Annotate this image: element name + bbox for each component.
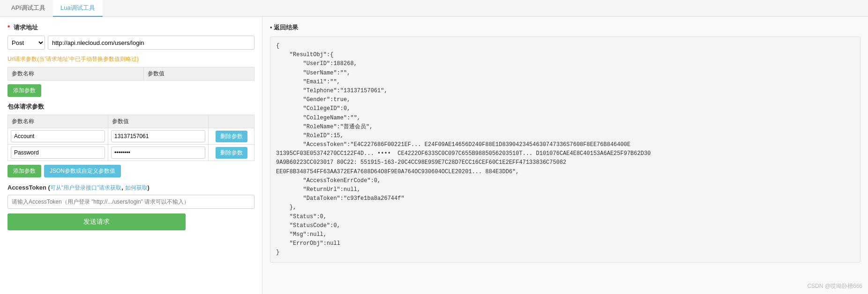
request-url-label: * 请求地址 xyxy=(7,23,254,32)
left-panel: * 请求地址 Post Get Put Delete Url请求参数(当'请求地… xyxy=(0,17,262,294)
result-box: { "ResultObj":{ "UserID":188268, "UserNa… xyxy=(270,37,861,263)
tab-lua[interactable]: Lua调试工具 xyxy=(53,0,103,17)
url-row: Post Get Put Delete xyxy=(7,36,254,50)
url-input[interactable] xyxy=(48,36,254,50)
json-param-button[interactable]: JSON参数或自定义参数值 xyxy=(44,165,121,177)
tab-api[interactable]: API调试工具 xyxy=(4,0,53,17)
method-select[interactable]: Post Get Put Delete xyxy=(7,36,45,50)
table-row: 删除参数 xyxy=(8,145,254,161)
url-params-table: 参数名称 参数值 xyxy=(7,67,254,81)
param-value-input-1[interactable] xyxy=(111,147,205,159)
delete-param-button-0[interactable]: 删除参数 xyxy=(216,131,247,142)
watermark: CSDN @哎呦卧槽666 xyxy=(807,282,862,290)
access-token-link1[interactable]: 可从"用户登录接口"请求获取 xyxy=(50,184,122,191)
url-params-note: Url请求参数(当'请求地址'中已手动替换参数值则略过) xyxy=(7,55,254,63)
required-star: * xyxy=(7,24,10,31)
access-token-link2[interactable]: 如何获取 xyxy=(125,184,148,191)
add-body-param-button[interactable]: 添加参数 xyxy=(7,165,41,177)
body-col-action-header xyxy=(209,115,254,128)
access-token-input[interactable] xyxy=(7,195,254,209)
body-col-name-header: 参数名称 xyxy=(8,115,108,128)
body-col-value-header: 参数值 xyxy=(108,115,209,128)
tab-bar: API调试工具 Lua调试工具 xyxy=(0,0,868,17)
result-title: 返回结果 xyxy=(270,23,861,32)
add-url-param-button[interactable]: 添加参数 xyxy=(7,84,41,97)
body-params-label: 包体请求参数 xyxy=(7,103,254,111)
send-request-button[interactable]: 发送请求 xyxy=(7,213,186,230)
col-name-header: 参数名称 xyxy=(8,67,144,81)
table-row: 删除参数 xyxy=(8,128,254,145)
param-name-input-1[interactable] xyxy=(11,147,105,159)
delete-param-button-1[interactable]: 删除参数 xyxy=(216,147,247,159)
right-panel: 返回结果 { "ResultObj":{ "UserID":188268, "U… xyxy=(262,17,868,294)
param-name-input-0[interactable] xyxy=(11,130,105,142)
param-value-input-0[interactable] xyxy=(111,130,205,142)
access-token-section: AccessToken (可从"用户登录接口"请求获取, 如何获取) 发送请求 xyxy=(7,184,254,230)
body-params-table: 参数名称 参数值 删除参数删除参数 xyxy=(7,115,254,161)
col-value-header: 参数值 xyxy=(143,67,254,81)
access-token-label: AccessToken (可从"用户登录接口"请求获取, 如何获取) xyxy=(7,184,254,192)
